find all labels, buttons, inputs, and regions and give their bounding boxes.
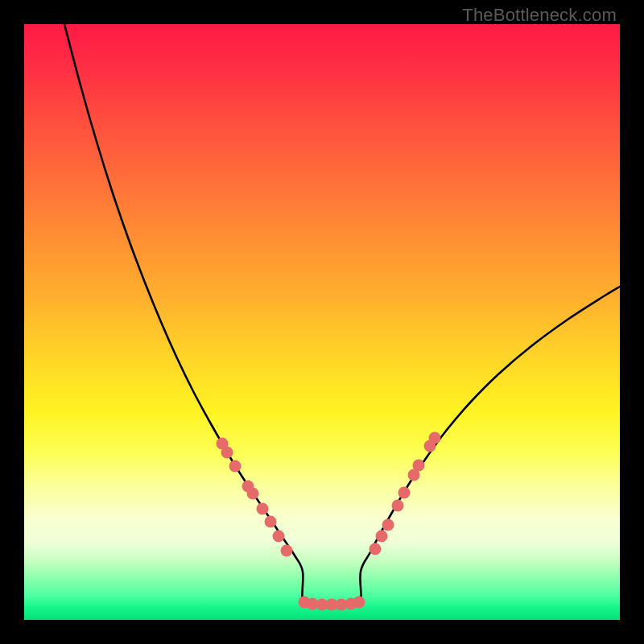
- data-point: [353, 597, 365, 609]
- data-point: [392, 500, 404, 512]
- plot-area: [24, 24, 620, 620]
- data-point: [382, 519, 394, 531]
- data-point: [247, 488, 259, 500]
- data-point: [257, 503, 269, 515]
- watermark-text: TheBottleneck.com: [462, 5, 617, 26]
- data-point: [229, 460, 242, 473]
- chart-frame: TheBottleneck.com: [0, 0, 644, 644]
- data-point: [281, 545, 293, 557]
- data-markers: [217, 432, 441, 611]
- data-point: [398, 487, 411, 499]
- bottleneck-curve: [64, 24, 620, 605]
- curve-path: [64, 24, 620, 605]
- data-point: [413, 460, 425, 472]
- data-point: [221, 447, 233, 459]
- data-point: [273, 530, 285, 543]
- data-point: [265, 516, 277, 528]
- data-point: [429, 432, 441, 444]
- data-point: [369, 543, 382, 555]
- data-point: [376, 530, 388, 543]
- curve-svg: [24, 24, 620, 620]
